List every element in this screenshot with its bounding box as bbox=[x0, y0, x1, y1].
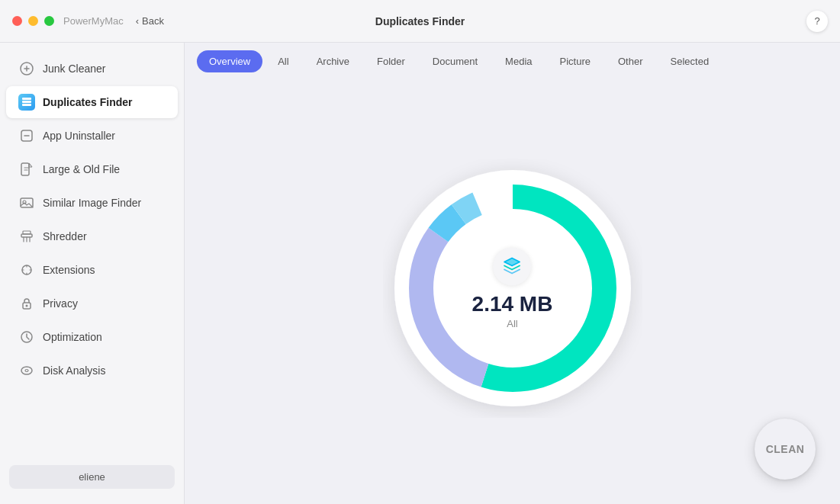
svg-rect-2 bbox=[22, 104, 31, 106]
content-area: Overview All Archive Folder Document Med… bbox=[185, 43, 840, 504]
duplicates-finder-label: Duplicates Finder bbox=[43, 96, 132, 108]
tab-archive[interactable]: Archive bbox=[304, 50, 362, 72]
app-uninstaller-label: App Uninstaller bbox=[43, 130, 115, 142]
extensions-icon bbox=[18, 262, 35, 278]
similar-image-finder-label: Similar Image Finder bbox=[43, 197, 141, 209]
title-bar: PowerMyMac ‹ Back Duplicates Finder ? bbox=[0, 0, 840, 43]
junk-cleaner-label: Junk Cleaner bbox=[43, 63, 106, 75]
privacy-label: Privacy bbox=[43, 297, 78, 310]
chart-label: All bbox=[507, 318, 517, 329]
optimization-label: Optimization bbox=[43, 331, 102, 343]
minimize-button[interactable] bbox=[28, 16, 38, 26]
help-button[interactable]: ? bbox=[806, 11, 828, 32]
shredder-icon bbox=[18, 228, 35, 245]
tab-bar: Overview All Archive Folder Document Med… bbox=[185, 43, 840, 72]
disk-analysis-icon bbox=[18, 362, 35, 379]
svg-rect-8 bbox=[21, 234, 32, 237]
sidebar-item-duplicates-finder[interactable]: Duplicates Finder bbox=[6, 86, 178, 118]
donut-chart: 2.14 MB All bbox=[383, 159, 642, 418]
tab-other[interactable]: Other bbox=[606, 50, 655, 72]
tab-selected[interactable]: Selected bbox=[658, 50, 722, 72]
duplicates-center-icon bbox=[493, 248, 531, 286]
svg-point-11 bbox=[26, 305, 28, 307]
app-name-label: PowerMyMac bbox=[63, 15, 124, 27]
chart-area: 2.14 MB All CLEAN bbox=[185, 72, 840, 504]
app-uninstaller-icon bbox=[18, 127, 35, 144]
donut-center: 2.14 MB All bbox=[472, 248, 553, 329]
svg-rect-3 bbox=[22, 98, 31, 100]
tab-document[interactable]: Document bbox=[420, 50, 490, 72]
sidebar-item-extensions[interactable]: Extensions bbox=[6, 254, 178, 286]
svg-rect-1 bbox=[22, 101, 31, 103]
chart-value: 2.14 MB bbox=[472, 294, 553, 315]
shredder-label: Shredder bbox=[43, 230, 87, 242]
tab-overview[interactable]: Overview bbox=[197, 50, 262, 72]
disk-analysis-label: Disk Analysis bbox=[43, 364, 105, 377]
svg-rect-5 bbox=[21, 163, 29, 175]
sidebar-item-similar-image-finder[interactable]: Similar Image Finder bbox=[6, 187, 178, 219]
svg-point-13 bbox=[21, 367, 32, 374]
main-layout: Junk Cleaner Duplicates Finder App Unins… bbox=[0, 43, 840, 504]
back-chevron-icon: ‹ bbox=[136, 15, 139, 27]
optimization-icon bbox=[18, 329, 35, 345]
close-button[interactable] bbox=[12, 16, 22, 26]
sidebar-item-disk-analysis[interactable]: Disk Analysis bbox=[6, 355, 178, 387]
similar-image-finder-icon bbox=[18, 194, 35, 211]
privacy-icon bbox=[18, 295, 35, 312]
svg-point-14 bbox=[25, 370, 28, 372]
sidebar-item-optimization[interactable]: Optimization bbox=[6, 321, 178, 353]
large-old-file-icon bbox=[18, 161, 35, 178]
user-badge[interactable]: eliene bbox=[9, 465, 175, 489]
tab-media[interactable]: Media bbox=[493, 50, 544, 72]
clean-button[interactable]: CLEAN bbox=[755, 419, 816, 480]
duplicates-finder-icon bbox=[18, 94, 35, 111]
sidebar-item-junk-cleaner[interactable]: Junk Cleaner bbox=[6, 53, 178, 85]
tab-folder[interactable]: Folder bbox=[365, 50, 417, 72]
sidebar-item-app-uninstaller[interactable]: App Uninstaller bbox=[6, 120, 178, 152]
sidebar-item-privacy[interactable]: Privacy bbox=[6, 287, 178, 319]
back-button[interactable]: ‹ Back bbox=[136, 15, 164, 27]
user-area: eliene bbox=[0, 459, 184, 495]
sidebar-item-shredder[interactable]: Shredder bbox=[6, 220, 178, 252]
sidebar-item-large-old-file[interactable]: Large & Old File bbox=[6, 153, 178, 185]
sidebar: Junk Cleaner Duplicates Finder App Unins… bbox=[0, 43, 185, 504]
large-old-file-label: Large & Old File bbox=[43, 163, 120, 175]
traffic-lights bbox=[12, 16, 54, 26]
extensions-label: Extensions bbox=[43, 264, 95, 276]
tab-picture[interactable]: Picture bbox=[548, 50, 603, 72]
junk-cleaner-icon bbox=[18, 60, 35, 77]
window-title: Duplicates Finder bbox=[375, 15, 465, 27]
maximize-button[interactable] bbox=[44, 16, 54, 26]
tab-all[interactable]: All bbox=[266, 50, 301, 72]
